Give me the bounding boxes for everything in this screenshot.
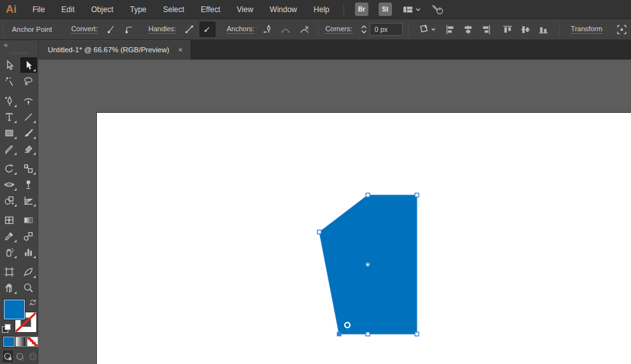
eyedropper-tool[interactable] [1,228,18,244]
eraser-tool[interactable] [20,141,37,156]
align-center-horizontal-button[interactable] [461,22,476,37]
mesh-tool[interactable] [1,212,18,228]
swap-fill-stroke-icon[interactable] [29,298,37,307]
perspective-grid-icon [23,195,34,206]
direct-selection-tool[interactable] [20,57,37,73]
cut-path-button[interactable] [296,22,312,37]
connect-endpoints-button[interactable] [278,22,294,37]
anchor-point[interactable] [415,193,419,197]
artwork-svg[interactable] [38,60,631,364]
fill-swatch[interactable] [4,300,25,319]
corners-stepper[interactable] [360,24,368,35]
convert-to-corner-button[interactable] [103,22,119,37]
anchor-point[interactable] [366,332,370,336]
draw-inside-button[interactable] [28,351,38,362]
menu-item-type[interactable]: Type [122,0,155,19]
align-bottom-button[interactable] [536,22,551,37]
menu-item-edit[interactable]: Edit [53,0,83,19]
anchors-label[interactable]: Anchors: [227,25,254,34]
document-tab[interactable]: Untitled-1* @ 66.67% (RGB/Preview) × [38,40,191,59]
type-tool[interactable] [1,109,18,124]
convert-to-smooth-button[interactable] [121,22,137,37]
handles-hide-button[interactable] [199,22,215,37]
default-fill-stroke-icon[interactable] [3,324,11,333]
symbol-sprayer-tool[interactable] [1,244,18,259]
free-transform-button[interactable] [614,22,630,37]
menu-item-view[interactable]: View [229,0,262,19]
blend-icon [23,231,34,242]
align-middle-vertical-button[interactable] [518,22,533,37]
menu-item-file[interactable]: File [24,0,53,19]
color-mode-button[interactable] [4,337,14,346]
lasso-icon [23,76,34,87]
menu-separator [344,4,344,15]
menu-item-window[interactable]: Window [261,0,305,19]
paintbrush-tool[interactable] [20,125,37,140]
align-right-button[interactable] [479,22,494,37]
touch-workspace-toggle[interactable] [431,4,445,15]
pencil-icon [4,143,15,154]
type-icon [4,112,15,122]
gradient-mode-button[interactable] [16,337,26,346]
mesh-icon [4,215,15,226]
eraser-icon [23,143,34,154]
handles-label[interactable]: Handles: [149,25,176,34]
magic-wand-tool[interactable] [1,73,18,89]
pen-tool[interactable] [1,93,18,108]
anchor-point[interactable] [415,332,419,336]
anchor-point[interactable] [366,193,370,197]
transform-label[interactable]: Transform [571,25,603,34]
anchor-point-selected[interactable] [337,332,342,337]
tab-close-icon[interactable]: × [178,46,182,54]
width-tool[interactable] [1,177,18,192]
align-left-button[interactable] [443,22,458,37]
rotate-tool[interactable] [1,161,18,176]
panel-grip[interactable] [1,21,6,38]
align-top-button[interactable] [500,22,516,37]
canvas-pasteboard[interactable] [38,59,631,364]
remove-anchor-button[interactable] [259,22,275,37]
stock-button[interactable]: St [379,3,392,16]
menu-item-help[interactable]: Help [305,0,338,19]
menu-item-object[interactable]: Object [83,0,122,19]
menu-item-effect[interactable]: Effect [192,0,228,19]
column-graph-tool[interactable] [20,244,37,259]
pencil-tool[interactable] [1,141,18,156]
corners-label[interactable]: Corners: [325,25,352,34]
shape-builder-tool[interactable] [1,193,18,208]
workspace-switcher-button[interactable] [402,4,422,15]
convert-label[interactable]: Convert: [71,25,98,34]
gradient-tool[interactable] [20,212,37,228]
perspective-grid-tool[interactable] [20,193,37,208]
puppet-warp-tool[interactable] [20,177,37,192]
hand-tool[interactable] [1,280,18,295]
lasso-tool[interactable] [20,73,37,89]
panel-grip[interactable] [10,52,29,55]
bridge-button[interactable]: Br [355,3,368,16]
artboard-tool[interactable] [1,264,18,279]
control-separator [408,22,409,36]
tools-panel: « [0,40,38,364]
zoom-tool[interactable] [20,280,37,295]
artboard-options-button[interactable] [415,22,439,37]
center-point[interactable] [366,263,368,265]
draw-behind-button[interactable] [15,351,25,362]
selection-tool[interactable] [1,57,18,73]
handles-show-button[interactable] [181,22,197,37]
collapse-panel-icon[interactable]: « [0,40,38,50]
shape-builder-icon [4,195,15,206]
rectangle-tool[interactable] [1,125,18,140]
anchor-point[interactable] [317,230,321,234]
control-separator [318,22,319,36]
curvature-tool[interactable] [20,93,37,108]
line-segment-tool[interactable] [20,109,37,124]
menu-items: FileEditObjectTypeSelectEffectViewWindow… [24,0,338,19]
corners-input[interactable] [370,23,403,36]
none-mode-button[interactable] [27,337,38,346]
rectangle-icon [4,127,15,138]
slice-tool[interactable] [20,264,37,279]
menu-item-select[interactable]: Select [155,0,192,19]
draw-normal-button[interactable] [3,351,13,362]
scale-tool[interactable] [20,161,37,176]
blend-tool[interactable] [20,228,37,244]
